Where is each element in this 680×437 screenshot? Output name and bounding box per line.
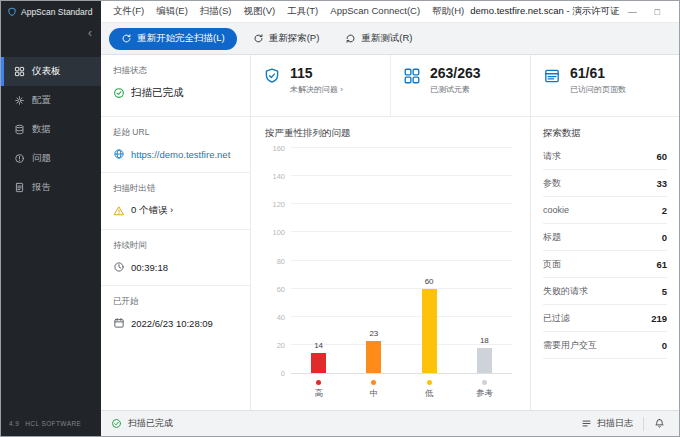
sidebar-nav: 仪表板 配置 数据 问题 报告 (1, 57, 101, 202)
scan-errors-block: 扫描时出错 0 个错误 › (101, 173, 250, 230)
explore-row-label: 已过滤 (543, 312, 570, 325)
reexplore-button[interactable]: 重新探索(P) (243, 28, 330, 50)
category-label: 低 (425, 388, 434, 400)
bar-high[interactable] (311, 353, 326, 373)
notifications-button[interactable] (650, 418, 669, 429)
explore-row-value: 33 (656, 178, 667, 189)
tested-elements-label: 已测试元素 (430, 84, 481, 95)
y-tick-label: 100 (272, 228, 285, 237)
appscan-logo-icon (7, 7, 17, 17)
explore-row-user-interaction: 需要用户交互 0 (543, 332, 667, 359)
log-icon (581, 418, 592, 429)
started-header: 已开始 (113, 296, 238, 308)
explore-row-label: 需要用户交互 (543, 339, 597, 352)
explore-row-headers: 标题 0 (543, 224, 667, 251)
sidebar-item-configuration[interactable]: 配置 (1, 86, 101, 115)
sidebar-footer: 4.9 HCL SOFTWARE (1, 411, 101, 436)
started-block: 已开始 2022/6/23 10:28:09 (101, 286, 250, 341)
visited-pages-card: 61/61 已访问的页面数 (531, 55, 679, 117)
explore-data-panel: 探索数据 请求 60 参数 33 cookie 2 标题 (531, 117, 679, 410)
scan-status-header: 扫描状态 (113, 65, 238, 77)
visited-pages-count: 61/61 (570, 66, 626, 81)
bar-medium[interactable] (366, 341, 381, 373)
scan-info-column: 扫描状态 扫描已完成 起始 URL https://demo.testfire.… (101, 55, 251, 410)
card-text: 263/263 已测试元素 (430, 66, 481, 95)
sidebar-item-reports[interactable]: 报告 (1, 173, 101, 202)
category-label: 参考 (476, 388, 493, 400)
window-title: demo.testfire.net.scan - 演示许可证 (470, 5, 619, 18)
menu-scan[interactable]: 扫描(S) (194, 5, 238, 18)
category-low: 低 (408, 380, 450, 400)
duration-header: 持续时间 (113, 240, 238, 252)
statusbar: 扫描已完成 扫描日志 (101, 410, 679, 436)
card-text: 61/61 已访问的页面数 (570, 66, 626, 95)
menu-file[interactable]: 文件(F) (107, 5, 150, 18)
category-label: 高 (314, 388, 323, 400)
retest-label: 重新测试(R) (361, 32, 412, 45)
bar-value-label: 23 (369, 329, 378, 338)
scan-log-label: 扫描日志 (597, 417, 633, 430)
close-button[interactable]: ✕ (670, 1, 680, 23)
bar-low[interactable] (422, 289, 437, 373)
sidebar-item-issues[interactable]: 问题 (1, 144, 101, 173)
stat-cards-row: 115 未解决的问题 › 263/263 已测试元素 (251, 55, 530, 117)
menu-edit[interactable]: 编辑(E) (150, 5, 194, 18)
scan-status-block: 扫描状态 扫描已完成 (101, 55, 250, 117)
restart-full-scan-button[interactable]: 重新开始完全扫描(L) (109, 28, 237, 50)
menu-tools[interactable]: 工具(T) (281, 5, 324, 18)
duration-block: 持续时间 00:39:18 (101, 230, 250, 286)
category-label: 中 (370, 388, 379, 400)
shield-check-icon (263, 67, 281, 85)
toolbar: 重新开始完全扫描(L) 重新探索(P) 重新测试(R) (101, 23, 679, 55)
explore-row-pages: 页面 61 (543, 251, 667, 278)
y-tick-label: 60 (277, 284, 285, 293)
dashboard-main: 扫描状态 扫描已完成 起始 URL https://demo.testfire.… (101, 55, 679, 410)
dashboard-icon (14, 66, 25, 77)
company-label: HCL SOFTWARE (25, 420, 81, 427)
appscan-window: AppScan Standard ‹ 仪表板 配置 数据 问题 (0, 0, 680, 437)
sidebar-collapse-button[interactable]: ‹ (1, 23, 101, 43)
start-url-link[interactable]: https://demo.testfire.net (131, 149, 230, 160)
explore-row-label: 页面 (543, 258, 561, 271)
explore-row-label: 请求 (543, 150, 561, 163)
sidebar-item-label: 仪表板 (32, 65, 61, 78)
check-circle-icon (113, 87, 125, 99)
restart-icon (121, 33, 132, 44)
reexplore-icon (253, 33, 264, 44)
explore-row-value: 0 (662, 232, 667, 243)
sidebar-item-dashboard[interactable]: 仪表板 (1, 57, 101, 86)
severity-chart: 按严重性排列的问题 14 23 60 (251, 117, 530, 410)
status-check-icon (111, 418, 122, 429)
chart-bars: 14 23 60 18 (291, 148, 512, 373)
explore-row-label: 失败的请求 (543, 285, 588, 298)
scan-errors-link[interactable]: 0 个错误 › (131, 204, 173, 217)
menu-appscan-connect[interactable]: AppScan Connect(C) (324, 5, 426, 18)
minimize-button[interactable]: — (620, 1, 645, 23)
severity-dot-low (427, 380, 432, 385)
scan-log-button[interactable]: 扫描日志 (577, 417, 637, 430)
sidebar-item-data[interactable]: 数据 (1, 115, 101, 144)
y-tick-label: 120 (272, 200, 285, 209)
sidebar: AppScan Standard ‹ 仪表板 配置 数据 问题 (1, 1, 101, 436)
menubar: 文件(F) 编辑(E) 扫描(S) 视图(V) 工具(T) AppScan Co… (107, 5, 470, 18)
chart-column: 115 未解决的问题 › 263/263 已测试元素 按严重性排列的问题 (251, 55, 531, 410)
reexplore-label: 重新探索(P) (269, 32, 320, 45)
bar-column-medium: 23 (353, 148, 395, 373)
unresolved-issues-card[interactable]: 115 未解决的问题 › (251, 55, 391, 116)
visited-pages-label: 已访问的页面数 (570, 84, 626, 95)
retest-icon (345, 33, 356, 44)
scan-errors-header: 扫描时出错 (113, 183, 238, 195)
menu-view[interactable]: 视图(V) (237, 5, 281, 18)
maximize-button[interactable]: □ (645, 1, 670, 23)
bar-informational[interactable] (477, 348, 492, 373)
app-brand-label: AppScan Standard (21, 7, 92, 17)
grid-icon (403, 67, 421, 85)
category-informational: 参考 (463, 380, 505, 400)
menu-help[interactable]: 帮助(H) (426, 5, 470, 18)
clock-icon (113, 261, 125, 273)
gear-icon (14, 95, 25, 106)
category-medium: 中 (353, 380, 395, 400)
retest-button[interactable]: 重新测试(R) (335, 28, 422, 50)
report-icon (14, 182, 25, 193)
start-url-row: https://demo.testfire.net (113, 148, 238, 160)
